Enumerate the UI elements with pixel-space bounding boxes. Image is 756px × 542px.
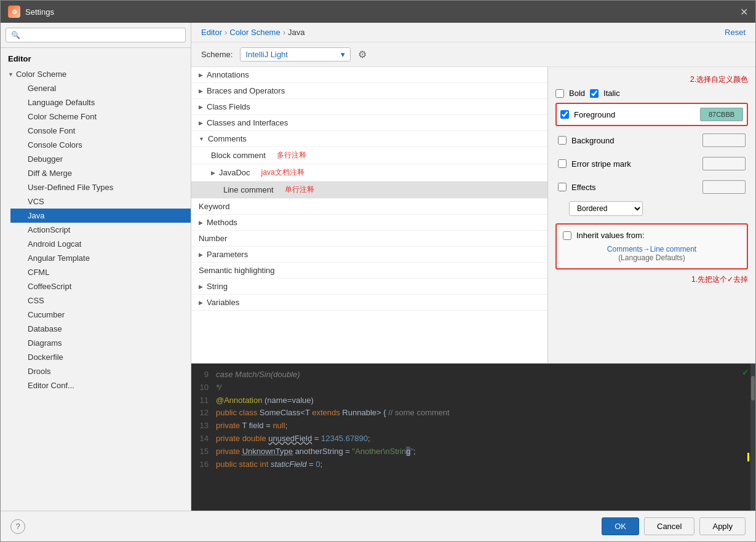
reset-button[interactable]: Reset: [725, 28, 746, 37]
close-button[interactable]: ✕: [740, 6, 748, 18]
cat-string[interactable]: ▶ String: [191, 279, 547, 295]
cat-parameters[interactable]: ▶ Parameters: [191, 247, 547, 263]
effects-checkbox[interactable]: [558, 183, 567, 191]
inherit-row: Inherit values from:: [563, 231, 741, 240]
error-stripe-row: Error stripe mark: [555, 154, 748, 173]
scheme-gear-icon[interactable]: ⚙: [358, 49, 367, 60]
line-9-code: case Match/Sin(double): [216, 369, 300, 381]
cat-class-fields[interactable]: ▶ Class Fields: [191, 99, 547, 115]
error-stripe-checkbox[interactable]: [558, 159, 567, 168]
effects-color-box[interactable]: [702, 180, 746, 194]
apply-button[interactable]: Apply: [699, 517, 746, 535]
cat-variables[interactable]: ▶ Variables: [191, 295, 547, 311]
parameters-arrow: ▶: [199, 252, 203, 258]
cat-semantic-highlighting[interactable]: Semantic highlighting: [191, 263, 547, 279]
annotations-arrow: ▶: [199, 72, 203, 78]
cat-block-comment[interactable]: Block comment 多行注释: [191, 147, 547, 164]
tree-item-language-defaults[interactable]: Language Defaults: [10, 95, 191, 110]
tree-item-user-defined[interactable]: User-Defined File Types: [10, 180, 191, 194]
line-num-15: 15: [199, 445, 209, 458]
cat-comments[interactable]: ▼ Comments: [191, 131, 547, 147]
inherit-checkbox[interactable]: [563, 231, 571, 240]
tree-item-debugger[interactable]: Debugger: [10, 152, 191, 166]
preview-scrollbar[interactable]: [750, 364, 755, 511]
inherit-link[interactable]: Comments→Line comment: [563, 245, 741, 253]
line-10-code: */: [216, 381, 221, 394]
effects-type-select[interactable]: Bordered: [569, 201, 643, 216]
foreground-color-box[interactable]: 87CBBB: [700, 108, 743, 121]
methods-label: Methods: [207, 218, 237, 227]
tree-item-css[interactable]: CSS: [10, 293, 191, 308]
tree-item-vcs[interactable]: VCS: [10, 194, 191, 209]
number-label: Number: [199, 234, 227, 243]
breadcrumb: Editor › Color Scheme › Java: [201, 28, 305, 37]
green-check-icon: ✓: [742, 367, 749, 377]
tree-item-dockerfile[interactable]: Dockerfile: [10, 350, 191, 364]
class-fields-arrow: ▶: [199, 104, 203, 110]
scheme-dropdown-arrow: ▾: [341, 50, 345, 59]
background-color-box[interactable]: [702, 134, 746, 147]
help-button[interactable]: ?: [10, 519, 25, 534]
cat-keyword[interactable]: Keyword: [191, 199, 547, 215]
cat-number[interactable]: Number: [191, 231, 547, 247]
line-14-code: private double unusedField = 12345.67890…: [216, 432, 370, 445]
error-stripe-label: Error stripe mark: [571, 159, 698, 169]
cat-methods[interactable]: ▶ Methods: [191, 215, 547, 231]
cat-javadoc[interactable]: ▶ JavaDoc java文档注释: [191, 164, 547, 181]
javadoc-arrow: ▶: [211, 170, 215, 176]
tree-item-cucumber[interactable]: Cucumber: [10, 308, 191, 322]
titlebar-left: ⚙ Settings: [8, 6, 54, 18]
error-stripe-color-box[interactable]: [702, 157, 746, 170]
tree-item-java[interactable]: Java: [10, 209, 191, 223]
variables-label: Variables: [207, 298, 239, 307]
breadcrumb-sep1: ›: [225, 28, 227, 37]
tree-item-general[interactable]: General: [10, 81, 191, 95]
breadcrumb-sep2: ›: [283, 28, 285, 37]
preview-line-9: 9 case Match/Sin(double): [199, 369, 748, 381]
line-num-11: 11: [199, 394, 209, 407]
tree-item-actionscript[interactable]: ActionScript: [10, 223, 191, 237]
tree-item-android-logcat[interactable]: Android Logcat: [10, 237, 191, 251]
tree-item-editor-conf[interactable]: Editor Conf...: [10, 378, 191, 393]
tree-item-cfml[interactable]: CFML: [10, 265, 191, 279]
bold-checkbox[interactable]: [555, 89, 564, 98]
color-scheme-arrow: ▼: [8, 71, 14, 78]
line-13-code: private T field = null;: [216, 420, 287, 432]
code-preview: 9 case Match/Sin(double) 10 */ 11 @Annot…: [191, 363, 755, 511]
cat-classes-interfaces[interactable]: ▶ Classes and Interfaces: [191, 115, 547, 131]
cat-annotations[interactable]: ▶ Annotations: [191, 67, 547, 83]
inherit-section: Inherit values from: Comments→Line comme…: [555, 223, 748, 269]
italic-checkbox[interactable]: [590, 89, 599, 98]
tree-item-console-font[interactable]: Console Font: [10, 124, 191, 138]
breadcrumb-editor[interactable]: Editor: [201, 28, 222, 37]
scheme-select[interactable]: IntelliJ Light ▾: [240, 47, 351, 62]
variables-arrow: ▶: [199, 300, 203, 306]
line-comment-label: Line comment: [223, 185, 274, 194]
cat-braces-operators[interactable]: ▶ Braces and Operators: [191, 83, 547, 99]
line-num-14: 14: [199, 432, 209, 445]
breadcrumb-color-scheme[interactable]: Color Scheme: [229, 28, 280, 37]
cancel-button[interactable]: Cancel: [644, 517, 694, 535]
tree-item-database[interactable]: Database: [10, 322, 191, 336]
breadcrumb-bar: Editor › Color Scheme › Java Reset: [191, 23, 755, 42]
left-tree: Editor ▼ Color Scheme General Language D…: [1, 48, 191, 511]
search-input[interactable]: [6, 28, 186, 42]
tree-item-diagrams[interactable]: Diagrams: [10, 336, 191, 350]
keyword-label: Keyword: [199, 202, 230, 211]
classes-label: Classes and Interfaces: [207, 118, 288, 127]
cat-line-comment[interactable]: Line comment 单行注释: [191, 181, 547, 199]
preview-line-12: 12 public class SomeClass<T extends Runn…: [199, 407, 748, 420]
tree-item-angular-template[interactable]: Angular Template: [10, 251, 191, 265]
ok-button[interactable]: OK: [602, 517, 639, 535]
foreground-checkbox[interactable]: [560, 110, 569, 119]
preview-line-14: 14 private double unusedField = 12345.67…: [199, 432, 748, 445]
tree-item-diff-merge[interactable]: Diff & Merge: [10, 166, 191, 180]
background-checkbox[interactable]: [558, 136, 567, 145]
color-scheme-parent[interactable]: ▼ Color Scheme: [1, 67, 191, 81]
tree-item-drools[interactable]: Drools: [10, 364, 191, 378]
tree-item-color-scheme-font[interactable]: Color Scheme Font: [10, 110, 191, 124]
tree-item-coffeescript[interactable]: CoffeeScript: [10, 279, 191, 293]
tree-item-console-colors[interactable]: Console Colors: [10, 138, 191, 152]
preview-line-11: 11 @Annotation (name=value): [199, 394, 748, 407]
line-num-16: 16: [199, 458, 209, 471]
